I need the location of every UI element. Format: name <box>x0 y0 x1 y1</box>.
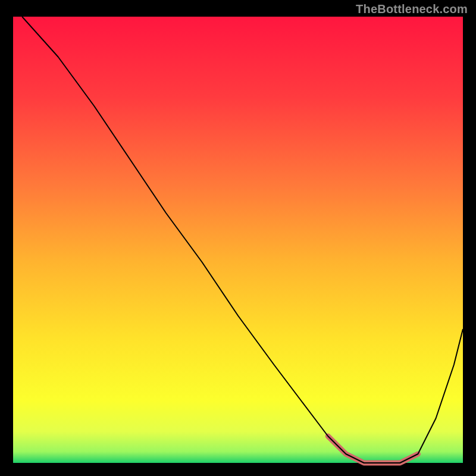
watermark-text: TheBottleneck.com <box>356 2 468 16</box>
bottleneck-chart <box>0 0 476 476</box>
chart-stage: TheBottleneck.com <box>0 0 476 476</box>
gradient-background <box>13 17 463 463</box>
